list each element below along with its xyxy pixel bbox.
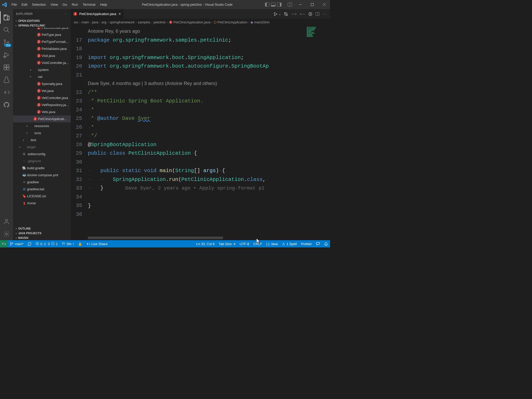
file-item[interactable]: 🔖LICENSE.txt: [13, 193, 71, 200]
notifications-icon[interactable]: [322, 240, 330, 247]
file-item[interactable]: ≡gradlew: [13, 179, 71, 186]
file-item[interactable]: JPetTypeFormatt...: [13, 38, 71, 45]
settings-gear-icon[interactable]: [0, 228, 13, 240]
folder-item[interactable]: ›test: [13, 136, 71, 143]
scm-activity-icon[interactable]: 259: [0, 36, 13, 49]
file-item[interactable]: JVetRepository.ja...: [13, 101, 71, 108]
ports-indicator[interactable]: 🔒: [76, 240, 84, 247]
search-activity-icon[interactable]: [0, 24, 13, 36]
menu-selection[interactable]: Selection: [30, 1, 48, 8]
file-item[interactable]: JPetController.java: [13, 28, 71, 31]
branch-name: main*: [15, 242, 23, 246]
close-button[interactable]: [318, 0, 330, 9]
feedback-icon[interactable]: [314, 240, 322, 247]
breadcrumb-item[interactable]: src: [74, 20, 78, 24]
folder-item[interactable]: ›vet: [13, 73, 71, 80]
menu-go[interactable]: Go: [60, 1, 69, 8]
outline-section[interactable]: ›OUTLINE: [13, 226, 71, 231]
file-item[interactable]: ⊞gradlew.bat: [13, 186, 71, 193]
ime-indicator[interactable]: ⛩Shi⁞: [60, 240, 76, 247]
breadcrumb-item[interactable]: main: [82, 20, 89, 24]
file-item[interactable]: JPetClinicApplicati...: [13, 115, 71, 122]
project-section[interactable]: ›SPRING-PETCLINIC: [13, 23, 71, 28]
branch-indicator[interactable]: main*: [8, 240, 25, 247]
breadcrumb-item[interactable]: samples: [138, 20, 150, 24]
language-mode[interactable]: { }Java: [264, 240, 280, 247]
folder-item[interactable]: ›scss: [13, 129, 71, 136]
customize-layout-icon[interactable]: [288, 3, 292, 6]
folder-item[interactable]: ›resources: [13, 122, 71, 129]
eol[interactable]: CRLF: [251, 240, 264, 247]
explorer-activity-icon[interactable]: [0, 11, 13, 24]
file-item[interactable]: ▮mvnw: [13, 200, 71, 207]
breadcrumb-item[interactable]: ⬡ PetClinicApplication: [214, 20, 247, 24]
prettier-indicator[interactable]: Prettier: [299, 240, 314, 247]
minimap[interactable]: ████ ███ ██████ ████ █████ ████ ████████…: [305, 25, 330, 240]
file-item[interactable]: JVet.java: [13, 87, 71, 94]
breadcrumb-item[interactable]: org: [101, 20, 106, 24]
code-editor[interactable]: 1718192021 22232425262728293031323334353…: [71, 25, 330, 240]
file-item[interactable]: JVisitController.ja...: [13, 59, 71, 66]
horizontal-scrollbar[interactable]: [88, 237, 223, 239]
testing-activity-icon[interactable]: [0, 74, 13, 86]
file-item[interactable]: JVisit.java: [13, 52, 71, 59]
run-button[interactable]: [273, 12, 278, 16]
next-change-icon[interactable]: ○→: [300, 12, 305, 16]
file-tree[interactable]: JPetController.javaJPetType.javaJPetType…: [13, 28, 71, 226]
menu-run[interactable]: Run: [69, 1, 80, 8]
accounts-icon[interactable]: [0, 215, 13, 228]
file-item[interactable]: 🐘build.gradle: [13, 165, 71, 172]
menu-file[interactable]: File: [9, 1, 19, 8]
file-item[interactable]: ▫.gitignore: [13, 158, 71, 165]
file-item[interactable]: JPetType.java: [13, 31, 71, 38]
maximize-button[interactable]: [306, 0, 318, 9]
code-content[interactable]: Antoine Rey, 6 years agopackage org.spri…: [88, 25, 305, 240]
spell-check[interactable]: ⚠1 Spell: [280, 240, 299, 247]
problems-indicator[interactable]: ⓧ0 ⚠0 ⓘ1: [34, 240, 60, 247]
editor-more-icon[interactable]: ···: [323, 12, 327, 16]
folder-item[interactable]: ›system: [13, 66, 71, 73]
close-tab-icon[interactable]: ✕: [118, 12, 121, 16]
menu-edit[interactable]: Edit: [19, 1, 30, 8]
toggle-panel-icon[interactable]: [271, 3, 275, 6]
git-compare-icon[interactable]: [284, 12, 288, 16]
tab-petclinicapplication[interactable]: J PetClinicApplication.java ✕: [71, 9, 124, 19]
file-item[interactable]: JPetValidator.java: [13, 45, 71, 52]
menu-help[interactable]: Help: [98, 1, 109, 8]
breadcrumb-item[interactable]: J PetClinicApplication.java: [169, 20, 210, 24]
cursor-position[interactable]: Ln 33, Col 6: [194, 240, 216, 247]
file-item[interactable]: JSpecialty.java: [13, 80, 71, 87]
run-dropdown-icon[interactable]: ⌵: [279, 12, 281, 16]
file-item[interactable]: ⚙.editorconfig: [13, 151, 71, 158]
minimize-button[interactable]: [294, 0, 306, 9]
prev-change-icon[interactable]: ←○: [291, 12, 297, 16]
live-share-button[interactable]: Live Share: [84, 240, 110, 247]
sidebar-more-icon[interactable]: ···: [64, 12, 68, 15]
sync-button[interactable]: [25, 240, 34, 247]
toggle-secondary-sidebar-icon[interactable]: [277, 3, 281, 6]
breadcrumb-item[interactable]: ◆ main(Strin: [251, 20, 270, 24]
java-projects-section[interactable]: ›JAVA PROJECTS: [13, 231, 71, 236]
maven-section[interactable]: ›MAVEN: [13, 236, 71, 240]
liveshare-activity-icon[interactable]: [0, 86, 13, 99]
open-editors-section[interactable]: ›OPEN EDITORS: [13, 18, 71, 23]
file-item[interactable]: 🐳docker-compose.yml: [13, 172, 71, 179]
split-editor-icon[interactable]: [316, 12, 319, 16]
github-activity-icon[interactable]: [0, 99, 13, 111]
run-debug-activity-icon[interactable]: [0, 49, 13, 61]
breadcrumb-item[interactable]: java: [92, 20, 98, 24]
breadcrumb-item[interactable]: petclinic: [154, 20, 166, 24]
encoding[interactable]: UTF-8: [238, 240, 251, 247]
breadcrumb-item[interactable]: springframework: [110, 20, 135, 24]
menu-terminal[interactable]: Terminal: [80, 1, 98, 8]
breadcrumbs[interactable]: src›main›java›org›springframework›sample…: [71, 19, 330, 25]
folder-item[interactable]: ›target: [13, 143, 71, 151]
toggle-sidebar-icon[interactable]: [265, 3, 270, 6]
file-item[interactable]: JVetController.java: [13, 94, 71, 101]
file-item[interactable]: JVets.java: [13, 108, 71, 115]
java-mode-icon[interactable]: [308, 12, 312, 16]
remote-indicator[interactable]: [0, 240, 8, 247]
tab-size[interactable]: Tab Size: 4: [216, 240, 237, 247]
extensions-activity-icon[interactable]: [0, 61, 13, 74]
menu-view[interactable]: View: [48, 1, 60, 8]
